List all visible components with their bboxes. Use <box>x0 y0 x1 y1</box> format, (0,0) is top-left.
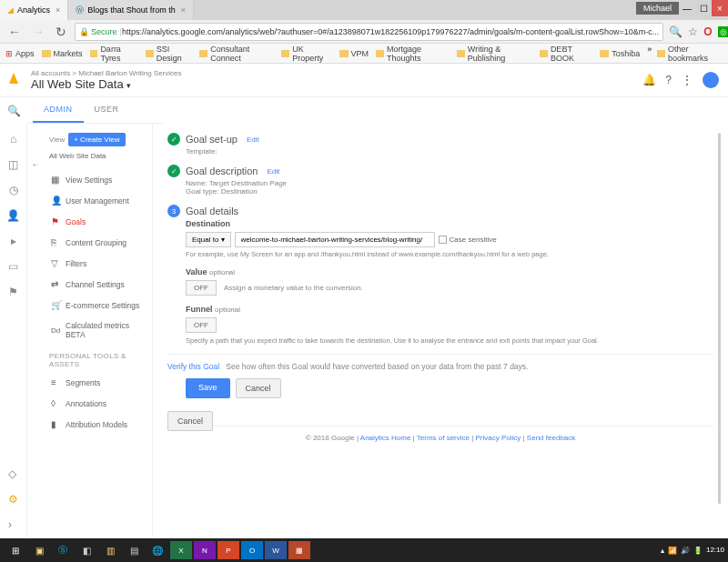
funnel-toggle[interactable]: OFF <box>186 317 217 333</box>
other-bookmarks[interactable]: Other bookmarks <box>657 45 723 63</box>
admin-item-filters[interactable]: ▽Filters <box>49 253 147 274</box>
back-arrow-icon[interactable]: ← <box>32 160 40 169</box>
cancel-button[interactable]: Cancel <box>236 378 281 398</box>
maximize-button[interactable]: ☐ <box>695 0 712 16</box>
star-icon[interactable]: ☆ <box>688 25 698 38</box>
admin-item-view-settings[interactable]: ▦View Settings <box>49 169 147 190</box>
url-bar[interactable]: 🔒 Secure | https://analytics.google.com/… <box>75 23 663 41</box>
close-icon[interactable]: × <box>181 5 186 15</box>
wifi-icon[interactable]: 📶 <box>668 547 677 555</box>
task-app-icon[interactable]: ◧ <box>76 541 97 559</box>
tray-icon[interactable]: ▴ <box>661 547 664 555</box>
bookmark-item[interactable]: Consultant Connect <box>199 45 274 63</box>
gear-icon[interactable]: ⚙ <box>8 493 18 506</box>
match-type-dropdown[interactable]: Equal to ▾ <box>186 232 231 247</box>
admin-item-channel-settings[interactable]: ⇄Channel Settings <box>49 274 147 295</box>
conversions-icon[interactable]: ⚑ <box>8 286 18 298</box>
destination-input[interactable] <box>235 232 435 247</box>
create-view-button[interactable]: + Create View <box>68 133 125 146</box>
step-goal-setup[interactable]: ✓ Goal set-up Edit <box>167 133 713 146</box>
footer-link[interactable]: Send feedback <box>527 434 575 442</box>
task-outlook-icon[interactable]: O <box>241 541 263 559</box>
menu-icon[interactable]: ⋮ <box>681 73 693 87</box>
customization-icon[interactable]: ◫ <box>8 158 18 171</box>
forward-button[interactable]: → <box>29 25 47 39</box>
case-sensitive-checkbox[interactable] <box>439 236 447 244</box>
browser-tab[interactable]: ⓦ Blogs that Shout from th × <box>68 0 194 20</box>
task-app-icon[interactable]: ▥ <box>99 541 121 559</box>
task-app-icon[interactable]: ▦ <box>288 541 310 559</box>
footer-link[interactable]: Terms of service <box>417 434 470 442</box>
view-selector[interactable]: All Web Site Data ▾ <box>31 77 181 91</box>
bookmark-item[interactable]: Markets <box>42 49 83 58</box>
edit-link[interactable]: Edit <box>247 135 259 144</box>
task-app-icon[interactable]: ▤ <box>123 541 145 559</box>
admin-item-calc-metrics[interactable]: DdCalculated metrics BETA <box>49 316 147 345</box>
clock[interactable]: 12:10 <box>706 547 724 555</box>
task-excel-icon[interactable]: X <box>170 541 192 559</box>
bookmark-item[interactable]: VPM <box>339 49 369 58</box>
apps-button[interactable]: ⊞Apps <box>5 49 35 58</box>
browser-tab-active[interactable]: ◢ Analytics × <box>0 0 68 20</box>
ext-icon[interactable]: ◎ <box>718 26 728 37</box>
task-skype-icon[interactable]: Ⓢ <box>52 541 74 559</box>
bookmark-overflow[interactable]: » <box>647 45 652 63</box>
tab-user[interactable]: USER <box>84 97 130 123</box>
destination-hint: For example, use My Screen for an app an… <box>186 250 713 258</box>
bookmark-item[interactable]: SSI Design <box>146 45 193 63</box>
bookmark-item[interactable]: Toshiba <box>600 49 640 58</box>
bookmark-item[interactable]: Mortgage Thoughts <box>376 45 450 63</box>
admin-item-goals[interactable]: ⚑Goals <box>49 211 147 232</box>
minimize-button[interactable]: — <box>679 0 695 16</box>
footer-link[interactable]: Privacy Policy <box>476 434 521 442</box>
search-icon[interactable]: 🔍 <box>7 105 21 117</box>
discover-icon[interactable]: ◇ <box>8 467 18 480</box>
bookmark-item[interactable]: DEBT BOOK <box>540 45 592 63</box>
volume-icon[interactable]: 🔊 <box>681 547 690 555</box>
realtime-icon[interactable]: ◷ <box>9 184 18 196</box>
admin-item-segments[interactable]: ≡Segments <box>49 372 147 393</box>
step-goal-description[interactable]: ✓ Goal description Edit <box>167 165 713 177</box>
user-badge[interactable]: Michael <box>636 2 679 15</box>
task-onenote-icon[interactable]: N <box>194 541 216 559</box>
home-icon[interactable]: ⌂ <box>10 133 16 146</box>
footer: © 2018 Google | Analytics Home | Terms o… <box>167 426 713 449</box>
bookmark-item[interactable]: Writing & Publishing <box>457 45 532 63</box>
admin-item-user-mgmt[interactable]: 👤User Management <box>49 190 147 211</box>
audience-icon[interactable]: 👤 <box>6 209 20 222</box>
admin-item-attribution[interactable]: ▮Attribution Models <box>49 414 147 435</box>
close-button[interactable]: × <box>712 0 728 16</box>
search-icon[interactable]: 🔍 <box>669 25 682 38</box>
cancel-outer-button[interactable]: Cancel <box>167 411 213 431</box>
bookmark-item[interactable]: Darra Tyres <box>90 45 138 63</box>
save-button[interactable]: Save <box>186 378 230 398</box>
bookmark-item[interactable]: UK Property <box>281 45 331 63</box>
admin-item-content-grouping[interactable]: ⎘Content Grouping <box>49 232 147 253</box>
behavior-icon[interactable]: ▭ <box>8 260 18 273</box>
collapse-icon[interactable]: › <box>8 518 18 531</box>
admin-item-ecommerce[interactable]: 🛒E-commerce Settings <box>49 295 147 316</box>
breadcrumb[interactable]: All accounts > Michael Barton Writing Se… <box>31 69 181 77</box>
verify-link[interactable]: Verify this Goal <box>167 362 219 371</box>
avatar[interactable] <box>703 72 719 88</box>
edit-link[interactable]: Edit <box>268 167 280 176</box>
task-chrome-icon[interactable]: 🌐 <box>147 541 168 559</box>
admin-item-annotations[interactable]: ◊Annotations <box>49 393 147 414</box>
help-icon[interactable]: ? <box>665 74 672 86</box>
battery-icon[interactable]: 🔋 <box>693 547 703 555</box>
task-explorer-icon[interactable]: ▣ <box>28 541 50 559</box>
footer-link[interactable]: Analytics Home <box>360 434 411 442</box>
start-button[interactable]: ⊞ <box>5 541 26 559</box>
back-button[interactable]: ← <box>5 25 24 39</box>
view-data-selector[interactable]: All Web Site Data <box>49 152 147 160</box>
reload-button[interactable]: ↻ <box>53 25 69 39</box>
acquisition-icon[interactable]: ▸ <box>11 235 16 247</box>
task-word-icon[interactable]: W <box>265 541 287 559</box>
close-icon[interactable]: × <box>56 5 60 15</box>
opera-icon[interactable]: O <box>703 25 712 38</box>
task-powerpoint-icon[interactable]: P <box>217 541 239 559</box>
tab-admin[interactable]: ADMIN <box>33 97 84 123</box>
step-subtitle: Name: Target Destination Page Goal type:… <box>186 179 713 196</box>
bell-icon[interactable]: 🔔 <box>642 74 656 86</box>
value-toggle[interactable]: OFF <box>186 280 217 296</box>
